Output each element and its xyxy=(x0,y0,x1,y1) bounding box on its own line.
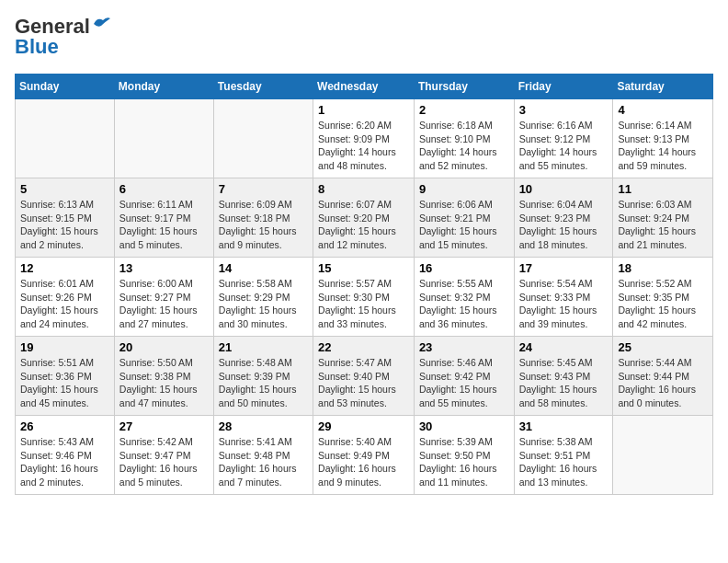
calendar-cell: 14Sunrise: 5:58 AM Sunset: 9:29 PM Dayli… xyxy=(213,258,313,337)
day-number: 9 xyxy=(419,182,509,196)
day-info: Sunrise: 5:55 AM Sunset: 9:32 PM Dayligh… xyxy=(419,277,509,331)
day-info: Sunrise: 5:52 AM Sunset: 9:35 PM Dayligh… xyxy=(618,277,708,331)
calendar-cell: 28Sunrise: 5:41 AM Sunset: 9:48 PM Dayli… xyxy=(213,416,313,495)
weekday-header: Friday xyxy=(514,75,613,99)
day-number: 13 xyxy=(119,261,209,275)
calendar-cell: 7Sunrise: 6:09 AM Sunset: 9:18 PM Daylig… xyxy=(213,178,313,258)
day-number: 25 xyxy=(618,340,708,354)
day-number: 23 xyxy=(419,340,509,354)
calendar-cell: 2Sunrise: 6:18 AM Sunset: 9:10 PM Daylig… xyxy=(414,99,514,178)
day-number: 16 xyxy=(419,261,509,275)
calendar-week-row: 26Sunrise: 5:43 AM Sunset: 9:46 PM Dayli… xyxy=(16,416,713,495)
weekday-header: Thursday xyxy=(414,75,514,99)
day-number: 2 xyxy=(419,103,509,117)
day-info: Sunrise: 6:01 AM Sunset: 9:26 PM Dayligh… xyxy=(20,277,109,331)
calendar-cell: 16Sunrise: 5:55 AM Sunset: 9:32 PM Dayli… xyxy=(414,258,514,337)
calendar-cell: 17Sunrise: 5:54 AM Sunset: 9:33 PM Dayli… xyxy=(514,258,613,337)
day-number: 22 xyxy=(318,340,409,354)
day-info: Sunrise: 6:06 AM Sunset: 9:21 PM Dayligh… xyxy=(419,198,509,252)
day-number: 11 xyxy=(618,182,708,196)
day-number: 14 xyxy=(219,261,308,275)
calendar-week-row: 12Sunrise: 6:01 AM Sunset: 9:26 PM Dayli… xyxy=(16,258,713,337)
day-number: 18 xyxy=(618,261,708,275)
calendar-cell: 8Sunrise: 6:07 AM Sunset: 9:20 PM Daylig… xyxy=(313,178,415,258)
day-number: 10 xyxy=(519,182,609,196)
weekday-header: Wednesday xyxy=(313,75,415,99)
calendar-cell: 21Sunrise: 5:48 AM Sunset: 9:39 PM Dayli… xyxy=(213,337,313,416)
calendar-cell: 11Sunrise: 6:03 AM Sunset: 9:24 PM Dayli… xyxy=(613,178,713,258)
calendar-week-row: 5Sunrise: 6:13 AM Sunset: 9:15 PM Daylig… xyxy=(16,178,713,258)
day-number: 19 xyxy=(20,340,109,354)
calendar-cell: 27Sunrise: 5:42 AM Sunset: 9:47 PM Dayli… xyxy=(114,416,213,495)
calendar-cell: 10Sunrise: 6:04 AM Sunset: 9:23 PM Dayli… xyxy=(514,178,613,258)
logo: General Blue xyxy=(15,15,112,59)
calendar-table: SundayMondayTuesdayWednesdayThursdayFrid… xyxy=(15,74,713,495)
day-info: Sunrise: 6:09 AM Sunset: 9:18 PM Dayligh… xyxy=(219,198,308,252)
calendar-cell xyxy=(16,99,115,178)
day-number: 6 xyxy=(119,182,209,196)
day-info: Sunrise: 5:50 AM Sunset: 9:38 PM Dayligh… xyxy=(119,356,209,410)
day-number: 1 xyxy=(318,103,409,117)
day-number: 28 xyxy=(219,419,308,433)
day-number: 21 xyxy=(219,340,308,354)
day-info: Sunrise: 5:45 AM Sunset: 9:43 PM Dayligh… xyxy=(519,356,609,410)
calendar-cell: 19Sunrise: 5:51 AM Sunset: 9:36 PM Dayli… xyxy=(16,337,115,416)
day-number: 24 xyxy=(519,340,609,354)
day-info: Sunrise: 6:18 AM Sunset: 9:10 PM Dayligh… xyxy=(419,119,509,173)
day-info: Sunrise: 5:51 AM Sunset: 9:36 PM Dayligh… xyxy=(20,356,109,410)
day-number: 20 xyxy=(119,340,209,354)
calendar-cell: 5Sunrise: 6:13 AM Sunset: 9:15 PM Daylig… xyxy=(16,178,115,258)
weekday-header: Saturday xyxy=(613,75,713,99)
day-number: 15 xyxy=(318,261,409,275)
calendar-cell: 4Sunrise: 6:14 AM Sunset: 9:13 PM Daylig… xyxy=(613,99,713,178)
day-number: 26 xyxy=(20,419,109,433)
weekday-header: Monday xyxy=(114,75,213,99)
day-number: 27 xyxy=(119,419,209,433)
page-header: General Blue xyxy=(15,15,713,59)
calendar-cell: 20Sunrise: 5:50 AM Sunset: 9:38 PM Dayli… xyxy=(114,337,213,416)
logo-blue: Blue xyxy=(15,35,59,59)
calendar-cell: 6Sunrise: 6:11 AM Sunset: 9:17 PM Daylig… xyxy=(114,178,213,258)
day-number: 7 xyxy=(219,182,308,196)
calendar-cell: 3Sunrise: 6:16 AM Sunset: 9:12 PM Daylig… xyxy=(514,99,613,178)
calendar-cell: 25Sunrise: 5:44 AM Sunset: 9:44 PM Dayli… xyxy=(613,337,713,416)
day-info: Sunrise: 6:11 AM Sunset: 9:17 PM Dayligh… xyxy=(119,198,209,252)
day-number: 17 xyxy=(519,261,609,275)
day-info: Sunrise: 5:47 AM Sunset: 9:40 PM Dayligh… xyxy=(318,356,409,410)
day-number: 5 xyxy=(20,182,109,196)
day-info: Sunrise: 5:42 AM Sunset: 9:47 PM Dayligh… xyxy=(119,435,209,489)
day-info: Sunrise: 6:00 AM Sunset: 9:27 PM Dayligh… xyxy=(119,277,209,331)
calendar-cell: 24Sunrise: 5:45 AM Sunset: 9:43 PM Dayli… xyxy=(514,337,613,416)
day-number: 3 xyxy=(519,103,609,117)
calendar-week-row: 19Sunrise: 5:51 AM Sunset: 9:36 PM Dayli… xyxy=(16,337,713,416)
logo-bird-icon xyxy=(92,15,112,31)
calendar-cell xyxy=(613,416,713,495)
calendar-cell: 13Sunrise: 6:00 AM Sunset: 9:27 PM Dayli… xyxy=(114,258,213,337)
day-number: 30 xyxy=(419,419,509,433)
day-info: Sunrise: 6:04 AM Sunset: 9:23 PM Dayligh… xyxy=(519,198,609,252)
calendar-cell: 29Sunrise: 5:40 AM Sunset: 9:49 PM Dayli… xyxy=(313,416,415,495)
calendar-cell: 26Sunrise: 5:43 AM Sunset: 9:46 PM Dayli… xyxy=(16,416,115,495)
day-info: Sunrise: 6:16 AM Sunset: 9:12 PM Dayligh… xyxy=(519,119,609,173)
calendar-cell: 31Sunrise: 5:38 AM Sunset: 9:51 PM Dayli… xyxy=(514,416,613,495)
day-info: Sunrise: 5:46 AM Sunset: 9:42 PM Dayligh… xyxy=(419,356,509,410)
day-info: Sunrise: 5:54 AM Sunset: 9:33 PM Dayligh… xyxy=(519,277,609,331)
day-info: Sunrise: 5:57 AM Sunset: 9:30 PM Dayligh… xyxy=(318,277,409,331)
day-info: Sunrise: 6:07 AM Sunset: 9:20 PM Dayligh… xyxy=(318,198,409,252)
day-number: 4 xyxy=(618,103,708,117)
day-info: Sunrise: 5:41 AM Sunset: 9:48 PM Dayligh… xyxy=(219,435,308,489)
day-info: Sunrise: 6:13 AM Sunset: 9:15 PM Dayligh… xyxy=(20,198,109,252)
day-info: Sunrise: 5:58 AM Sunset: 9:29 PM Dayligh… xyxy=(219,277,308,331)
weekday-header: Sunday xyxy=(16,75,115,99)
calendar-cell: 18Sunrise: 5:52 AM Sunset: 9:35 PM Dayli… xyxy=(613,258,713,337)
day-number: 12 xyxy=(20,261,109,275)
calendar-cell xyxy=(114,99,213,178)
day-info: Sunrise: 5:39 AM Sunset: 9:50 PM Dayligh… xyxy=(419,435,509,489)
day-info: Sunrise: 5:38 AM Sunset: 9:51 PM Dayligh… xyxy=(519,435,609,489)
day-info: Sunrise: 5:43 AM Sunset: 9:46 PM Dayligh… xyxy=(20,435,109,489)
calendar-cell: 1Sunrise: 6:20 AM Sunset: 9:09 PM Daylig… xyxy=(313,99,415,178)
day-number: 31 xyxy=(519,419,609,433)
day-number: 8 xyxy=(318,182,409,196)
weekday-header: Tuesday xyxy=(213,75,313,99)
calendar-cell: 30Sunrise: 5:39 AM Sunset: 9:50 PM Dayli… xyxy=(414,416,514,495)
